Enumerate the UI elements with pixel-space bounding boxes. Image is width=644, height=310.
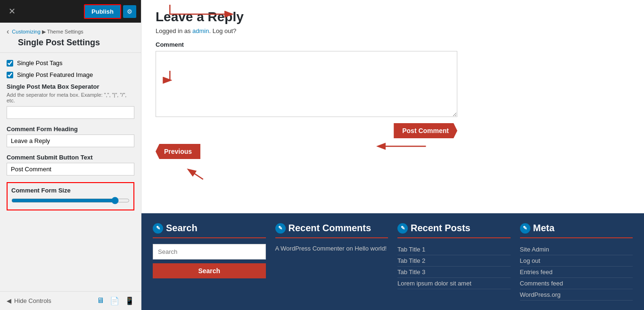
preview-content: Leave a Reply Logged in as admin. Log ou… (141, 0, 644, 174)
recent-post-link[interactable]: Lorem ipsum dolor sit amet (397, 280, 471, 287)
footer-col-search-title: ✎ Search (153, 223, 266, 234)
footer-search-button[interactable]: Search (153, 263, 266, 278)
breadcrumb-customizing[interactable]: Customizing (12, 29, 41, 34)
leave-reply-heading: Leave a Reply (156, 9, 630, 25)
comment-submit-label: Comment Submit Button Text (7, 154, 134, 161)
single-post-featured-image-label: Single Post Featured Image (17, 71, 93, 78)
preview-panel: Leave a Reply Logged in as admin. Log ou… (141, 0, 644, 310)
list-item: Tab Title 2 (397, 255, 511, 267)
meta-box-label: Single Post Meta Box Seperator (7, 83, 134, 90)
comment-submit-input[interactable] (7, 163, 134, 176)
footer-col-recent-posts-title: ✎ Recent Posts (397, 223, 511, 234)
top-bar: ✕ Publish ⚙ (0, 0, 141, 23)
meta-link[interactable]: Comments feed (520, 280, 563, 287)
publish-button[interactable]: Publish (84, 4, 121, 19)
navigation-row: Previous (156, 138, 486, 165)
footer-col-search: ✎ Search Search (153, 223, 266, 301)
footer-section: ✎ Search Search ✎ Recent Comments A Word… (141, 213, 644, 310)
meta-link[interactable]: Log out (520, 257, 540, 264)
mobile-icon[interactable]: 📱 (125, 296, 134, 305)
recent-post-link[interactable]: Tab Title 2 (397, 257, 425, 264)
footer-col-recent-comments-title: ✎ Recent Comments (275, 223, 388, 234)
single-post-tags-row: Single Post Tags (7, 59, 134, 67)
footer-grid: ✎ Search Search ✎ Recent Comments A Word… (153, 223, 633, 301)
comment-form-size-slider-container (11, 197, 130, 206)
list-item: Site Admin (520, 244, 633, 255)
recent-comments-content: A WordPress Commenter on Hello world! (275, 244, 388, 254)
preview-wrapper: Leave a Reply Logged in as admin. Log ou… (141, 0, 644, 213)
comment-label: Comment (156, 41, 630, 48)
comment-form-size-slider[interactable] (11, 197, 130, 204)
meta-links-list: Site Admin Log out Entries feed Comments… (520, 244, 633, 301)
customizer-panel: ✕ Publish ⚙ ‹ Customizing ▶ Theme Settin… (0, 0, 141, 310)
logged-in-user-link[interactable]: admin (192, 27, 209, 34)
bottom-bar: ◀ Hide Controls 🖥 📄 📱 (0, 291, 141, 310)
footer-col-recent-posts: ✎ Recent Posts Tab Title 1 Tab Title 2 T… (397, 223, 511, 301)
desktop-icon[interactable]: 🖥 (97, 296, 104, 305)
publish-area: Publish ⚙ (84, 4, 136, 19)
gear-button[interactable]: ⚙ (123, 5, 136, 18)
post-comment-area: Post Comment (156, 123, 457, 138)
recent-post-link[interactable]: Tab Title 1 (397, 246, 425, 253)
back-arrow-icon[interactable]: ‹ (7, 27, 9, 36)
recent-comments-edit-icon[interactable]: ✎ (275, 223, 286, 234)
settings-content: Single Post Tags Single Post Featured Im… (0, 53, 141, 291)
comment-form-heading-label: Comment Form Heading (7, 126, 134, 133)
post-comment-button[interactable]: Post Comment (394, 123, 457, 138)
comment-form-size-box: Comment Form Size (7, 182, 134, 210)
comment-form-size-label: Comment Form Size (11, 187, 130, 194)
footer-col-meta-title: ✎ Meta (520, 223, 633, 234)
comment-submit-setting: Comment Submit Button Text (7, 154, 134, 176)
hide-controls-toggle[interactable]: ◀ Hide Controls (7, 297, 51, 304)
device-icons: 🖥 📄 📱 (97, 296, 134, 305)
meta-link[interactable]: WordPress.org (520, 291, 561, 298)
list-item: Tab Title 3 (397, 267, 511, 278)
page-title: Single Post Settings (0, 38, 141, 53)
single-post-tags-checkbox[interactable] (7, 60, 13, 67)
comment-form-heading-setting: Comment Form Heading (7, 126, 134, 147)
previous-button[interactable]: Previous (156, 144, 200, 159)
breadcrumb: Customizing ▶ Theme Settings (12, 29, 83, 35)
hide-controls-label: Hide Controls (14, 297, 51, 304)
meta-edit-icon[interactable]: ✎ (520, 223, 530, 234)
footer-search-input[interactable] (153, 244, 266, 260)
logged-in-text: Logged in as admin. Log out? (156, 27, 630, 34)
footer-col-meta: ✎ Meta Site Admin Log out Entries feed C… (520, 223, 633, 301)
meta-link[interactable]: Site Admin (520, 246, 549, 253)
single-post-tags-label: Single Post Tags (17, 59, 63, 67)
search-edit-icon[interactable]: ✎ (153, 223, 163, 234)
list-item: Entries feed (520, 267, 633, 278)
list-item: Log out (520, 255, 633, 267)
single-post-featured-image-row: Single Post Featured Image (7, 71, 134, 78)
recent-posts-edit-icon[interactable]: ✎ (397, 223, 408, 234)
tablet-icon[interactable]: 📄 (110, 296, 119, 305)
meta-link[interactable]: Entries feed (520, 268, 553, 276)
list-item: Tab Title 1 (397, 244, 511, 255)
meta-box-setting: Single Post Meta Box Seperator Add the s… (7, 83, 134, 119)
list-item: Lorem ipsum dolor sit amet (397, 278, 511, 289)
list-item: WordPress.org (520, 289, 633, 301)
recent-post-link[interactable]: Tab Title 3 (397, 268, 425, 276)
list-item: Comments feed (520, 278, 633, 289)
comment-form-heading-input[interactable] (7, 134, 134, 147)
breadcrumb-bar: ‹ Customizing ▶ Theme Settings (0, 23, 141, 38)
meta-box-input[interactable] (7, 106, 134, 119)
single-post-featured-image-checkbox[interactable] (7, 72, 13, 78)
meta-box-desc: Add the seperator for meta box. Example:… (7, 92, 134, 103)
footer-col-recent-comments: ✎ Recent Comments A WordPress Commenter … (275, 223, 388, 301)
close-button[interactable]: ✕ (5, 4, 19, 18)
recent-posts-list: Tab Title 1 Tab Title 2 Tab Title 3 Lore… (397, 244, 511, 289)
comment-textarea[interactable] (156, 51, 457, 117)
chevron-left-icon: ◀ (7, 297, 11, 304)
